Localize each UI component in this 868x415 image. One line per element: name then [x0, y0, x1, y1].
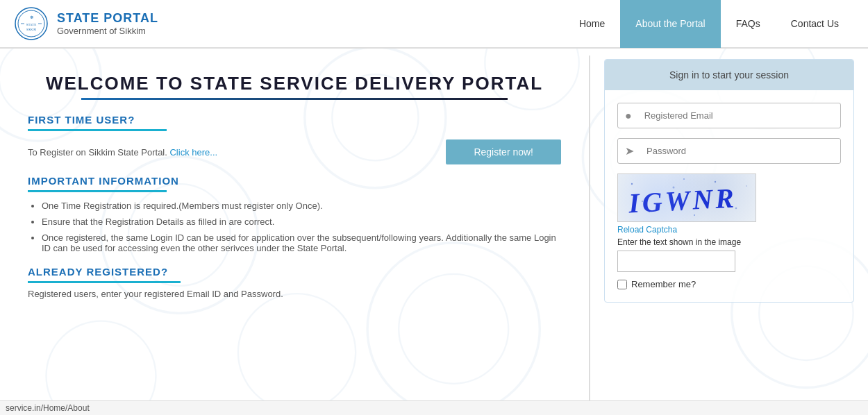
status-url: service.in/Home/About	[6, 403, 90, 413]
list-item: One Time Registration is required.(Membe…	[42, 201, 561, 211]
captcha-container: IGWNR Reload Captcha Enter the text show…	[617, 173, 841, 272]
svg-text:☸: ☸	[30, 15, 33, 19]
portal-name: STATE PORTAL	[57, 11, 158, 26]
svg-point-30	[725, 194, 726, 195]
svg-point-23	[631, 183, 633, 185]
govt-name: Government of Sikkim	[57, 26, 158, 36]
svg-text:IGWNR: IGWNR	[627, 182, 737, 219]
signin-header-text: Sign in to start your session	[669, 69, 789, 81]
nav-faqs[interactable]: FAQs	[721, 0, 776, 48]
remember-me-row: Remember me?	[617, 279, 841, 289]
info-list: One Time Registration is required.(Membe…	[28, 201, 561, 253]
header-left: ☸ STATE SIKKIM STATE PORTAL Government o…	[14, 6, 158, 41]
svg-point-28	[735, 208, 737, 210]
register-now-button[interactable]: Register now!	[446, 139, 561, 164]
list-item: Once registered, the same Login ID can b…	[42, 232, 561, 253]
first-time-underline	[28, 129, 167, 131]
svg-point-24	[649, 211, 650, 212]
svg-text:SIKKIM: SIKKIM	[26, 28, 37, 31]
already-registered-underline	[28, 281, 181, 283]
header-title: STATE PORTAL Government of Sikkim	[57, 11, 158, 36]
svg-point-27	[715, 181, 716, 183]
svg-point-25	[673, 187, 675, 189]
svg-point-29	[659, 197, 660, 198]
signin-box: Sign in to start your session ● ➤	[604, 59, 854, 303]
email-field[interactable]	[639, 103, 840, 128]
right-panel: Sign in to start your session ● ➤	[590, 49, 868, 415]
remember-me-checkbox[interactable]	[617, 280, 627, 289]
first-time-title: FIRST TIME USER?	[28, 114, 561, 126]
main-nav: Home About the Portal FAQs Contact Us	[564, 0, 854, 48]
logo-emblem: ☸ STATE SIKKIM	[14, 6, 49, 41]
svg-point-31	[642, 201, 643, 202]
already-registered-text: Registered users, enter your registered …	[28, 289, 561, 299]
user-icon: ●	[618, 110, 639, 122]
captcha-image: IGWNR	[617, 173, 756, 222]
nav-about[interactable]: About the Portal	[620, 0, 720, 48]
reload-captcha-link[interactable]: Reload Captcha	[617, 225, 841, 235]
email-input-group: ●	[617, 103, 841, 128]
svg-point-32	[683, 178, 685, 180]
password-input-group: ➤	[617, 138, 841, 164]
important-info-title: IMPORTANT INFORMATION	[28, 175, 561, 187]
remember-me-label: Remember me?	[631, 279, 696, 289]
svg-text:STATE: STATE	[26, 23, 37, 26]
nav-contact[interactable]: Contact Us	[776, 0, 854, 48]
svg-point-34	[708, 202, 710, 204]
left-panel: WELCOME TO STATE SERVICE DELIVERY PORTAL…	[0, 49, 589, 415]
welcome-title: WELCOME TO STATE SERVICE DELIVERY PORTAL	[28, 62, 561, 98]
password-field[interactable]	[641, 139, 840, 163]
header: ☸ STATE SIKKIM STATE PORTAL Government o…	[0, 0, 868, 49]
signin-body: ● ➤	[605, 90, 853, 302]
captcha-svg: IGWNR	[618, 173, 756, 222]
already-registered-title: ALREADY REGISTERED?	[28, 266, 561, 278]
captcha-input[interactable]	[617, 251, 735, 272]
register-text: To Register on Sikkim State Portal. Clic…	[28, 147, 217, 158]
signin-header: Sign in to start your session	[605, 60, 853, 90]
list-item: Ensure that the Registration Details as …	[42, 217, 561, 227]
svg-point-26	[694, 214, 695, 216]
important-info-underline	[28, 190, 167, 192]
main-content: WELCOME TO STATE SERVICE DELIVERY PORTAL…	[0, 49, 868, 415]
click-here-link[interactable]: Click here...	[169, 147, 217, 158]
svg-point-33	[746, 185, 747, 187]
nav-home[interactable]: Home	[564, 0, 620, 48]
lock-icon: ➤	[618, 144, 641, 158]
captcha-label: Enter the text shown in the image	[617, 237, 841, 247]
register-row: To Register on Sikkim State Portal. Clic…	[28, 139, 561, 164]
welcome-divider	[81, 98, 508, 100]
status-bar: service.in/Home/About	[0, 400, 868, 415]
